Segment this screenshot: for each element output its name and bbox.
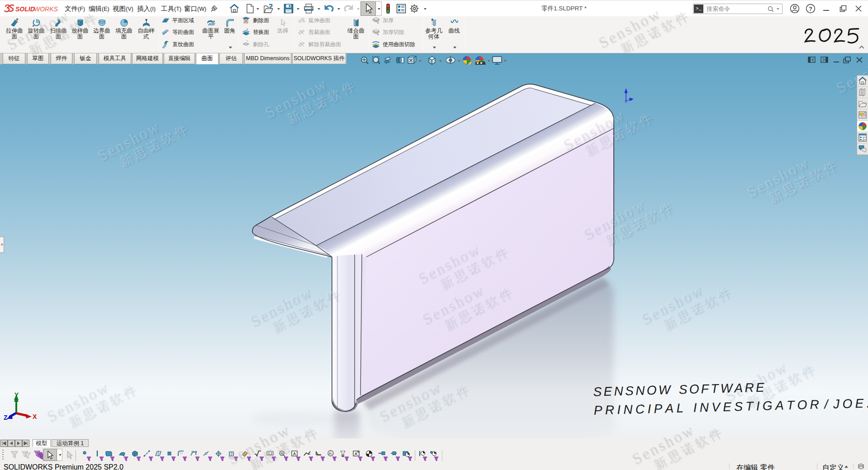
svg-text:A↕: A↕ bbox=[329, 452, 332, 455]
svg-text:Z: Z bbox=[4, 414, 8, 421]
svg-text:?: ? bbox=[809, 5, 812, 12]
svg-text:X: X bbox=[33, 413, 37, 420]
svg-text:Y: Y bbox=[14, 391, 19, 399]
svg-text:A: A bbox=[355, 451, 358, 456]
svg-text:SOLID: SOLID bbox=[15, 5, 35, 13]
